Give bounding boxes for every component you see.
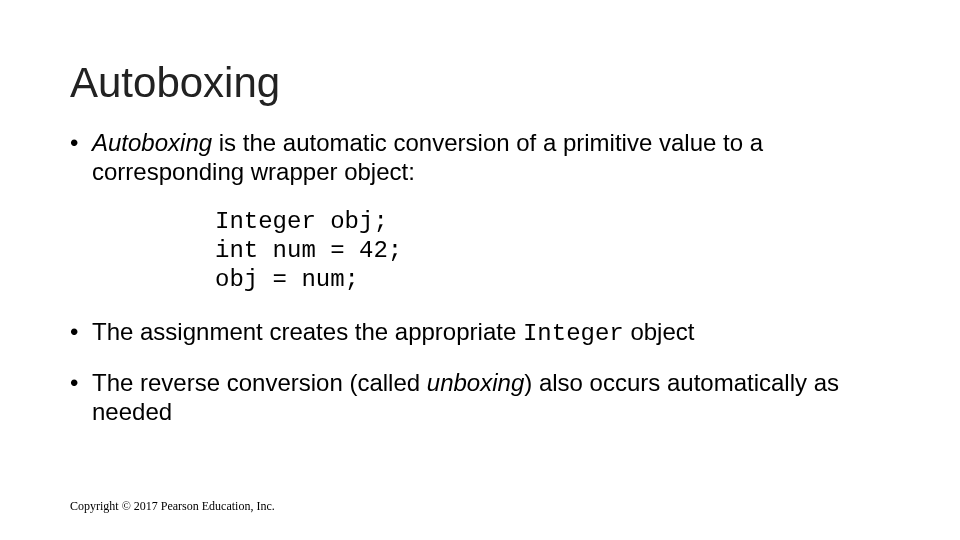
code-line-3: obj = num; (215, 266, 359, 293)
slide-body: Autoboxing is the automatic conversion o… (70, 128, 890, 426)
code-inline-integer: Integer (523, 320, 624, 347)
bullet-list: Autoboxing is the automatic conversion o… (70, 128, 890, 187)
bullet-text: object (624, 318, 695, 345)
slide-title: Autoboxing (70, 60, 890, 106)
slide: Autoboxing Autoboxing is the automatic c… (0, 0, 960, 540)
bullet-unboxing: The reverse conversion (called unboxing)… (70, 368, 890, 427)
bullet-autoboxing-definition: Autoboxing is the automatic conversion o… (70, 128, 890, 187)
bullet-assignment: The assignment creates the appropriate I… (70, 317, 890, 348)
code-block: Integer obj; int num = 42; obj = num; (215, 207, 890, 295)
copyright-notice: Copyright © 2017 Pearson Education, Inc. (70, 499, 275, 514)
term-autoboxing: Autoboxing (92, 129, 212, 156)
bullet-text: The reverse conversion (called (92, 369, 427, 396)
bullet-list-2: The assignment creates the appropriate I… (70, 317, 890, 427)
code-line-2: int num = 42; (215, 237, 402, 264)
bullet-text: The assignment creates the appropriate (92, 318, 523, 345)
code-line-1: Integer obj; (215, 208, 388, 235)
term-unboxing: unboxing (427, 369, 524, 396)
